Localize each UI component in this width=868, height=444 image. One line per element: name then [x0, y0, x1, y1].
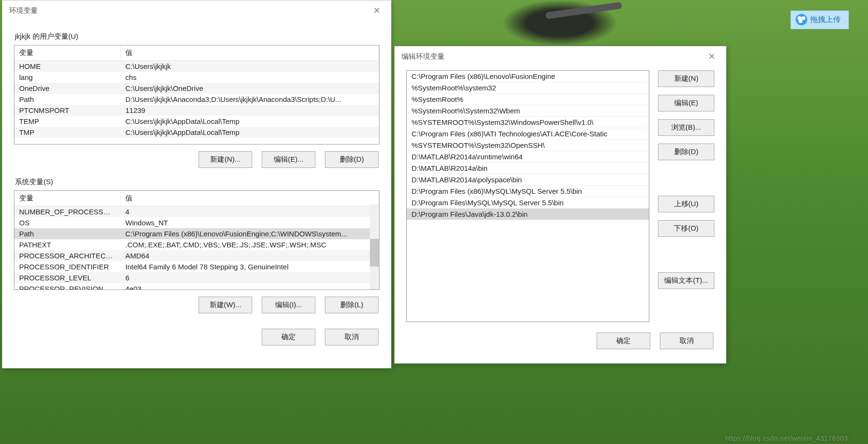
table-row[interactable]: NUMBER_OF_PROCESSORS4 — [14, 206, 379, 217]
list-item[interactable]: %SystemRoot% — [407, 94, 649, 105]
edit-text-button[interactable]: 编辑文本(T)... — [658, 272, 714, 289]
move-up-button[interactable]: 上移(U) — [658, 196, 714, 212]
list-item[interactable]: D:\MATLAB\R2014a\bin — [407, 163, 649, 174]
drag-upload-button[interactable]: 拖拽上传 — [790, 11, 849, 29]
list-item[interactable]: %SYSTEMROOT%\System32\OpenSSH\ — [407, 140, 649, 151]
table-row[interactable]: PROCESSOR_ARCHITECTUREAMD64 — [14, 250, 379, 261]
var-name: HOME — [14, 61, 121, 72]
browse-button[interactable]: 浏览(B)... — [658, 119, 714, 136]
user-new-button[interactable]: 新建(N)... — [199, 151, 252, 168]
var-value: 4 — [121, 206, 379, 217]
var-value: D:\Users\jkjkjk\Anaconda3;D:\Users\jkjkj… — [121, 94, 379, 105]
var-value: 6 — [121, 272, 379, 283]
system-new-button[interactable]: 新建(W)... — [199, 297, 252, 313]
var-name: OneDrive — [14, 83, 121, 94]
table-row[interactable]: TEMPC:\Users\jkjkjk\AppData\Local\Temp — [14, 116, 379, 127]
var-name: PROCESSOR_ARCHITECTURE — [14, 250, 121, 261]
var-value: C:\Users\jkjkjk\OneDrive — [121, 83, 379, 94]
drag-upload-label: 拖拽上传 — [810, 15, 841, 23]
var-value: Windows_NT — [121, 217, 379, 228]
list-item[interactable]: D:\MATLAB\R2014a\runtime\win64 — [407, 151, 649, 163]
close-icon[interactable]: ✕ — [369, 5, 384, 16]
list-item[interactable]: C:\Program Files (x86)\ATI Technologies\… — [407, 128, 649, 140]
user-vars-label: jkjkjk 的用户变量(U) — [15, 32, 379, 41]
list-item[interactable]: D:\Program Files (x86)\MySQL\MySQL Serve… — [407, 186, 649, 197]
var-value: chs — [121, 72, 379, 83]
col-header-value[interactable]: 值 — [121, 191, 379, 206]
path-entries-list[interactable]: C:\Program Files (x86)\Lenovo\FusionEngi… — [406, 70, 649, 322]
table-row[interactable]: PROCESSOR_REVISION4e03 — [14, 283, 379, 290]
var-name: lang — [14, 72, 121, 83]
table-row[interactable]: HOMEC:\Users\jkjkjk — [14, 61, 379, 72]
ok-button[interactable]: 确定 — [262, 329, 315, 345]
col-header-variable[interactable]: 变量 — [14, 191, 121, 206]
col-header-variable[interactable]: 变量 — [14, 45, 121, 60]
scrollbar-thumb[interactable] — [370, 239, 379, 266]
var-name: NUMBER_OF_PROCESSORS — [14, 206, 121, 217]
edit-button[interactable]: 编辑(E) — [658, 95, 714, 111]
list-item[interactable]: %SYSTEMROOT%\System32\WindowsPowerShell\… — [407, 117, 649, 128]
var-name: PROCESSOR_LEVEL — [14, 272, 121, 283]
var-name: PROCESSOR_REVISION — [14, 283, 121, 290]
var-name: PROCESSOR_IDENTIFIER — [14, 261, 121, 272]
list-item[interactable]: %SystemRoot%\system32 — [407, 82, 649, 94]
var-value: 11239 — [121, 105, 379, 116]
system-vars-list[interactable]: 变量 值 NUMBER_OF_PROCESSORS4OSWindows_NTPa… — [14, 190, 379, 290]
list-item[interactable]: %SystemRoot%\System32\Wbem — [407, 105, 649, 117]
table-row[interactable]: PROCESSOR_LEVEL6 — [14, 272, 379, 283]
var-value: C:\Users\jkjkjk\AppData\Local\Temp — [121, 116, 379, 127]
list-item[interactable]: D:\MATLAB\R2014a\polyspace\bin — [407, 174, 649, 186]
edit-env-dialog: 编辑环境变量 ✕ C:\Program Files (x86)\Lenovo\F… — [394, 46, 726, 364]
var-value: AMD64 — [121, 250, 379, 261]
table-row[interactable]: OneDriveC:\Users\jkjkjk\OneDrive — [14, 83, 379, 94]
cancel-button[interactable]: 取消 — [660, 333, 713, 349]
user-edit-button[interactable]: 编辑(E)... — [262, 151, 315, 168]
list-item[interactable]: D:\Program Files\Java\jdk-13.0.2\bin — [407, 209, 649, 220]
list-item[interactable]: D:\Program Files\MySQL\MySQL Server 5.5\… — [407, 197, 649, 209]
table-row[interactable]: langchs — [14, 72, 379, 83]
var-name: OS — [14, 217, 121, 228]
var-value: C:\Users\jkjkjk\AppData\Local\Temp — [121, 127, 379, 138]
new-button[interactable]: 新建(N) — [658, 70, 714, 87]
close-icon[interactable]: ✕ — [704, 51, 719, 62]
var-name: PTCNMSPORT — [14, 105, 121, 116]
var-value: C:\Users\jkjkjk — [121, 61, 379, 72]
var-value: .COM;.EXE;.BAT;.CMD;.VBS;.VBE;.JS;.JSE;.… — [121, 239, 379, 250]
table-row[interactable]: PathC:\Program Files (x86)\Lenovo\Fusion… — [14, 228, 379, 239]
cloud-upload-icon — [796, 14, 807, 25]
delete-button[interactable]: 删除(D) — [658, 144, 714, 160]
env-vars-dialog: 环境变量 ✕ jkjkjk 的用户变量(U) 变量 值 HOMEC:\Users… — [2, 0, 391, 368]
table-row[interactable]: PROCESSOR_IDENTIFIERIntel64 Family 6 Mod… — [14, 261, 379, 272]
cancel-button[interactable]: 取消 — [325, 329, 378, 345]
dialog-titlebar: 编辑环境变量 ✕ — [395, 46, 726, 67]
dialog-title: 环境变量 — [9, 6, 38, 15]
scrollbar[interactable] — [370, 204, 379, 289]
col-header-value[interactable]: 值 — [121, 45, 379, 60]
watermark-text: https://blog.csdn.net/weixin_43176903 — [725, 434, 848, 442]
table-row[interactable]: PATHEXT.COM;.EXE;.BAT;.CMD;.VBS;.VBE;.JS… — [14, 239, 379, 250]
system-delete-button[interactable]: 删除(L) — [325, 297, 378, 313]
dialog-title: 编辑环境变量 — [401, 52, 445, 61]
user-delete-button[interactable]: 删除(D) — [325, 151, 378, 168]
var-value: 4e03 — [121, 283, 379, 290]
var-name: TEMP — [14, 116, 121, 127]
var-name: TMP — [14, 127, 121, 138]
var-name: Path — [14, 228, 121, 239]
system-edit-button[interactable]: 编辑(I)... — [262, 297, 315, 313]
var-value: C:\Program Files (x86)\Lenovo\FusionEngi… — [121, 228, 379, 239]
var-name: PATHEXT — [14, 239, 121, 250]
var-name: Path — [14, 94, 121, 105]
user-vars-list[interactable]: 变量 值 HOMEC:\Users\jkjkjklangchsOneDriveC… — [14, 45, 379, 144]
list-item[interactable]: C:\Program Files (x86)\Lenovo\FusionEngi… — [407, 71, 649, 82]
table-row[interactable]: PathD:\Users\jkjkjk\Anaconda3;D:\Users\j… — [14, 94, 379, 105]
table-row[interactable]: TMPC:\Users\jkjkjk\AppData\Local\Temp — [14, 127, 379, 138]
dialog-titlebar: 环境变量 ✕ — [2, 0, 391, 21]
system-vars-label: 系统变量(S) — [15, 178, 379, 187]
var-value: Intel64 Family 6 Model 78 Stepping 3, Ge… — [121, 261, 379, 272]
move-down-button[interactable]: 下移(O) — [658, 220, 714, 237]
ok-button[interactable]: 确定 — [597, 333, 650, 349]
table-row[interactable]: PTCNMSPORT11239 — [14, 105, 379, 116]
table-row[interactable]: OSWindows_NT — [14, 217, 379, 228]
